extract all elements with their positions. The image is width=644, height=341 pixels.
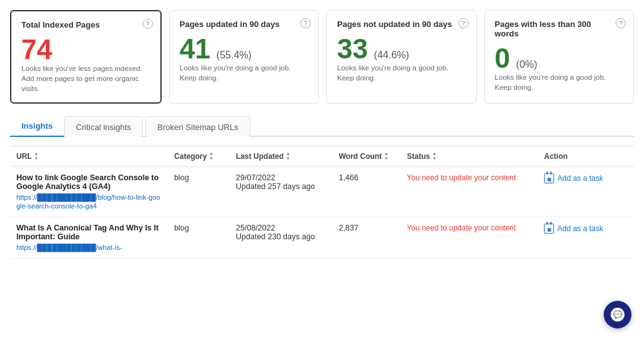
- status-text-0: You need to update your content: [407, 173, 516, 182]
- chat-bubble[interactable]: 💬: [604, 301, 631, 328]
- add-task-button-1[interactable]: ▦ Add as a task: [544, 224, 603, 234]
- calendar-icon-0: ▦: [544, 173, 554, 183]
- metric-card-pages-less-300: Pages with less than 300 words 0 (0%) Lo…: [484, 10, 635, 104]
- sort-icon-status: ▲▼: [432, 151, 437, 161]
- sort-icon-category: ▲▼: [209, 151, 214, 161]
- metric-card-pages-updated-90: Pages updated in 90 days 41 (55.4%) Look…: [169, 10, 319, 104]
- sort-icon-url: ▲▼: [34, 151, 39, 161]
- th-sort-url: URL ▲▼: [16, 151, 39, 161]
- cell-category-1: blog: [168, 217, 230, 259]
- action-label-1: Add as a task: [557, 224, 603, 233]
- cell-wordcount-1: 2,837: [333, 217, 401, 259]
- metric-help-pages-updated-90[interactable]: ?: [301, 18, 311, 28]
- last-updated-date-0: 29/07/2022: [236, 173, 326, 182]
- cell-category-0: blog: [168, 167, 230, 217]
- metric-help-pages-not-updated-90[interactable]: ?: [458, 18, 469, 28]
- th-sort-word-count: Word Count ▲▼: [339, 151, 389, 161]
- status-text-1: You need to update your content: [407, 224, 516, 232]
- last-updated-date-1: 25/08/2022: [236, 224, 326, 232]
- metric-value-pages-less-300: 0 (0%): [495, 45, 624, 72]
- cell-status-0: You need to update your content: [401, 167, 538, 217]
- metric-percent-pages-updated-90: (55.4%): [216, 50, 252, 60]
- metric-desc-total-indexed: Looks like you've less pages indexed. Ad…: [21, 63, 150, 94]
- chat-icon: 💬: [611, 308, 625, 322]
- metric-number-pages-less-300: 0: [495, 43, 510, 73]
- sort-icon-word-count: ▲▼: [384, 151, 389, 161]
- cell-lastupdated-0: 29/07/2022 Updated 257 days ago: [230, 167, 333, 217]
- th-word-count[interactable]: Word Count ▲▼: [333, 146, 401, 167]
- table-row: How to link Google Search Console to Goo…: [10, 167, 634, 217]
- metrics-row: Total Indexed Pages 74 Looks like you've…: [10, 10, 634, 104]
- metric-desc-pages-less-300: Looks like you're doing a good job. Keep…: [495, 72, 624, 92]
- cell-url-0: How to link Google Search Console to Goo…: [10, 167, 168, 217]
- calendar-icon-1: ▦: [544, 224, 554, 234]
- metric-title-pages-updated-90: Pages updated in 90 days: [180, 19, 309, 29]
- th-sort-status: Status ▲▼: [407, 151, 437, 161]
- th-status[interactable]: Status ▲▼: [401, 146, 538, 167]
- metric-card-pages-not-updated-90: Pages not updated in 90 days 33 (44.6%) …: [326, 10, 477, 104]
- th-sort-last-updated: Last Updated ▲▼: [236, 151, 291, 161]
- last-updated-ago-1: Updated 230 days ago: [236, 232, 326, 241]
- metric-desc-pages-updated-90: Looks like you're doing a good job. Keep…: [180, 63, 309, 83]
- url-title-0: How to link Google Search Console to Goo…: [16, 173, 162, 191]
- metric-number-pages-not-updated-90: 33: [337, 33, 368, 64]
- cell-lastupdated-1: 25/08/2022 Updated 230 days ago: [230, 217, 333, 259]
- tab-insights[interactable]: Insights: [10, 116, 64, 137]
- insights-table: URL ▲▼ Category ▲▼ Last Updated ▲▼ Word …: [10, 146, 634, 259]
- th-sort-category: Category ▲▼: [174, 151, 214, 161]
- tabs-row: InsightsCritical insightsBroken Sitemap …: [10, 116, 634, 137]
- metric-desc-pages-not-updated-90: Looks like you're doing a good job. Keep…: [337, 63, 466, 83]
- page-wrapper: Total Indexed Pages 74 Looks like you've…: [0, 0, 644, 341]
- th-url[interactable]: URL ▲▼: [10, 146, 168, 167]
- th-category[interactable]: Category ▲▼: [168, 146, 230, 167]
- table-row: What Is A Canonical Tag And Why Is It Im…: [10, 217, 634, 259]
- metric-title-pages-less-300: Pages with less than 300 words: [495, 19, 624, 38]
- metric-value-pages-not-updated-90: 33 (44.6%): [337, 35, 466, 63]
- metric-help-pages-less-300[interactable]: ?: [616, 18, 626, 28]
- metric-number-total-indexed: 74: [21, 34, 52, 65]
- tab-critical-insights[interactable]: Critical insights: [64, 116, 143, 137]
- url-title-1: What Is A Canonical Tag And Why Is It Im…: [16, 224, 162, 241]
- metric-title-pages-not-updated-90: Pages not updated in 90 days: [337, 19, 466, 29]
- cell-wordcount-0: 1,466: [333, 167, 401, 217]
- add-task-button-0[interactable]: ▦ Add as a task: [544, 173, 603, 183]
- cell-url-1: What Is A Canonical Tag And Why Is It Im…: [10, 217, 168, 259]
- cell-action-0: ▦ Add as a task: [538, 167, 634, 217]
- url-link-1[interactable]: https://████████████/what-is-: [16, 244, 122, 251]
- th-action: Action: [538, 146, 634, 167]
- table-body: How to link Google Search Console to Goo…: [10, 167, 634, 259]
- metric-title-total-indexed: Total Indexed Pages: [21, 20, 150, 30]
- metric-value-pages-updated-90: 41 (55.4%): [180, 35, 309, 63]
- metric-percent-pages-less-300: (0%): [516, 59, 538, 70]
- sort-icon-last-updated: ▲▼: [286, 151, 291, 161]
- cell-action-1: ▦ Add as a task: [538, 217, 634, 259]
- table-header-row: URL ▲▼ Category ▲▼ Last Updated ▲▼ Word …: [10, 146, 634, 167]
- metric-value-total-indexed: 74: [21, 36, 150, 63]
- metric-card-total-indexed: Total Indexed Pages 74 Looks like you've…: [10, 10, 162, 104]
- th-last-updated[interactable]: Last Updated ▲▼: [230, 146, 333, 167]
- last-updated-ago-0: Updated 257 days ago: [236, 182, 326, 191]
- cell-status-1: You need to update your content: [401, 217, 538, 259]
- metric-number-pages-updated-90: 41: [180, 33, 211, 64]
- metric-percent-pages-not-updated-90: (44.6%): [374, 50, 409, 60]
- url-link-0[interactable]: https://████████████/blog/how-to-link-go…: [16, 193, 160, 210]
- metric-help-total-indexed[interactable]: ?: [143, 19, 153, 29]
- action-label-0: Add as a task: [557, 174, 603, 183]
- tab-broken-sitemap[interactable]: Broken Sitemap URLs: [145, 116, 250, 137]
